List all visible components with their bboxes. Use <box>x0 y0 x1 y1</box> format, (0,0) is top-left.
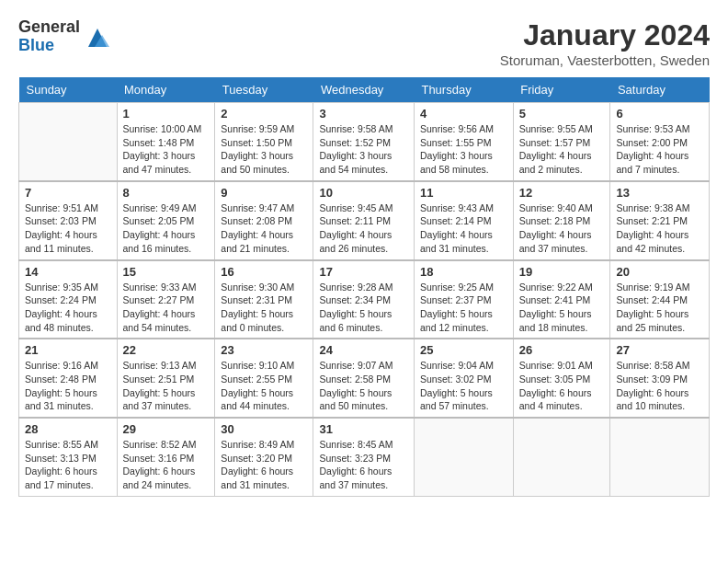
calendar-cell: 22Sunrise: 9:13 AMSunset: 2:51 PMDayligh… <box>117 339 215 418</box>
day-number: 22 <box>123 343 210 357</box>
day-number: 10 <box>319 186 408 200</box>
location-subtitle: Storuman, Vaesterbotten, Sweden <box>500 52 710 68</box>
logo: General Blue <box>18 18 111 55</box>
calendar-cell: 28Sunrise: 8:55 AMSunset: 3:13 PMDayligh… <box>19 418 118 496</box>
day-info: Sunrise: 8:52 AMSunset: 3:16 PMDaylight:… <box>123 438 210 492</box>
day-number: 17 <box>319 265 408 279</box>
day-number: 6 <box>616 107 703 121</box>
calendar-cell: 15Sunrise: 9:33 AMSunset: 2:27 PMDayligh… <box>117 260 215 339</box>
day-number: 15 <box>123 265 210 279</box>
day-number: 29 <box>123 422 210 436</box>
week-row-1: 1Sunrise: 10:00 AMSunset: 1:48 PMDayligh… <box>19 103 710 181</box>
calendar-cell <box>414 418 513 496</box>
calendar-cell: 9Sunrise: 9:47 AMSunset: 2:08 PMDaylight… <box>215 181 313 260</box>
day-number: 28 <box>25 422 111 436</box>
calendar-cell: 31Sunrise: 8:45 AMSunset: 3:23 PMDayligh… <box>313 418 415 496</box>
day-number: 31 <box>319 422 408 436</box>
day-number: 5 <box>519 107 605 121</box>
calendar-cell: 14Sunrise: 9:35 AMSunset: 2:24 PMDayligh… <box>19 260 118 339</box>
day-number: 27 <box>616 343 703 357</box>
weekday-header-friday: Friday <box>513 77 610 103</box>
day-info: Sunrise: 8:55 AMSunset: 3:13 PMDaylight:… <box>25 438 111 492</box>
day-number: 7 <box>25 186 111 200</box>
day-number: 19 <box>519 265 605 279</box>
day-number: 12 <box>519 186 605 200</box>
day-info: Sunrise: 9:13 AMSunset: 2:51 PMDaylight:… <box>123 359 210 413</box>
day-number: 8 <box>123 186 210 200</box>
calendar-cell: 5Sunrise: 9:55 AMSunset: 1:57 PMDaylight… <box>513 103 610 181</box>
day-info: Sunrise: 8:49 AMSunset: 3:20 PMDaylight:… <box>221 438 307 492</box>
weekday-header-wednesday: Wednesday <box>313 77 415 103</box>
weekday-header-sunday: Sunday <box>19 77 118 103</box>
day-number: 30 <box>221 422 307 436</box>
calendar-cell: 2Sunrise: 9:59 AMSunset: 1:50 PMDaylight… <box>215 103 313 181</box>
day-number: 14 <box>25 265 111 279</box>
day-info: Sunrise: 9:16 AMSunset: 2:48 PMDaylight:… <box>25 359 111 413</box>
day-info: Sunrise: 9:59 AMSunset: 1:50 PMDaylight:… <box>221 122 307 177</box>
day-info: Sunrise: 9:56 AMSunset: 1:55 PMDaylight:… <box>420 122 507 177</box>
day-number: 26 <box>519 343 605 357</box>
day-info: Sunrise: 9:25 AMSunset: 2:37 PMDaylight:… <box>420 281 507 335</box>
day-number: 4 <box>420 107 507 121</box>
week-row-2: 7Sunrise: 9:51 AMSunset: 2:03 PMDaylight… <box>19 181 710 260</box>
calendar-cell: 30Sunrise: 8:49 AMSunset: 3:20 PMDayligh… <box>215 418 313 496</box>
title-block: January 2024 Storuman, Vaesterbotten, Sw… <box>500 18 710 68</box>
week-row-4: 21Sunrise: 9:16 AMSunset: 2:48 PMDayligh… <box>19 339 710 418</box>
logo-blue: Blue <box>18 37 80 55</box>
day-info: Sunrise: 9:51 AMSunset: 2:03 PMDaylight:… <box>25 201 111 256</box>
day-info: Sunrise: 9:55 AMSunset: 1:57 PMDaylight:… <box>519 122 605 177</box>
day-info: Sunrise: 9:33 AMSunset: 2:27 PMDaylight:… <box>123 281 210 335</box>
weekday-header-saturday: Saturday <box>610 77 710 103</box>
day-info: Sunrise: 9:07 AMSunset: 2:58 PMDaylight:… <box>319 359 408 413</box>
day-info: Sunrise: 9:35 AMSunset: 2:24 PMDaylight:… <box>25 281 111 335</box>
calendar-cell: 24Sunrise: 9:07 AMSunset: 2:58 PMDayligh… <box>313 339 415 418</box>
day-number: 2 <box>221 107 307 121</box>
calendar-cell <box>610 418 710 496</box>
day-info: Sunrise: 10:00 AMSunset: 1:48 PMDaylight… <box>123 122 210 177</box>
calendar-cell: 1Sunrise: 10:00 AMSunset: 1:48 PMDayligh… <box>117 103 215 181</box>
day-info: Sunrise: 9:38 AMSunset: 2:21 PMDaylight:… <box>616 201 703 256</box>
day-info: Sunrise: 9:58 AMSunset: 1:52 PMDaylight:… <box>319 122 408 177</box>
week-row-5: 28Sunrise: 8:55 AMSunset: 3:13 PMDayligh… <box>19 418 710 496</box>
day-number: 21 <box>25 343 111 357</box>
week-row-3: 14Sunrise: 9:35 AMSunset: 2:24 PMDayligh… <box>19 260 710 339</box>
weekday-header-monday: Monday <box>117 77 215 103</box>
calendar-cell: 6Sunrise: 9:53 AMSunset: 2:00 PMDaylight… <box>610 103 710 181</box>
day-number: 24 <box>319 343 408 357</box>
day-info: Sunrise: 9:01 AMSunset: 3:05 PMDaylight:… <box>519 359 605 413</box>
day-number: 25 <box>420 343 507 357</box>
day-info: Sunrise: 9:22 AMSunset: 2:41 PMDaylight:… <box>519 281 605 335</box>
calendar-cell: 25Sunrise: 9:04 AMSunset: 3:02 PMDayligh… <box>414 339 513 418</box>
logo-icon <box>84 24 111 52</box>
day-info: Sunrise: 9:45 AMSunset: 2:11 PMDaylight:… <box>319 201 408 256</box>
day-info: Sunrise: 9:28 AMSunset: 2:34 PMDaylight:… <box>319 281 408 335</box>
calendar-cell <box>19 103 118 181</box>
calendar-cell: 19Sunrise: 9:22 AMSunset: 2:41 PMDayligh… <box>513 260 610 339</box>
calendar-cell: 29Sunrise: 8:52 AMSunset: 3:16 PMDayligh… <box>117 418 215 496</box>
day-info: Sunrise: 9:49 AMSunset: 2:05 PMDaylight:… <box>123 201 210 256</box>
weekday-header-thursday: Thursday <box>414 77 513 103</box>
calendar-cell: 20Sunrise: 9:19 AMSunset: 2:44 PMDayligh… <box>610 260 710 339</box>
page-header: General Blue January 2024 Storuman, Vaes… <box>18 18 710 68</box>
calendar-cell: 10Sunrise: 9:45 AMSunset: 2:11 PMDayligh… <box>313 181 415 260</box>
calendar-cell: 12Sunrise: 9:40 AMSunset: 2:18 PMDayligh… <box>513 181 610 260</box>
day-number: 13 <box>616 186 703 200</box>
day-number: 11 <box>420 186 507 200</box>
calendar-cell: 26Sunrise: 9:01 AMSunset: 3:05 PMDayligh… <box>513 339 610 418</box>
calendar-cell: 11Sunrise: 9:43 AMSunset: 2:14 PMDayligh… <box>414 181 513 260</box>
logo-text: General Blue <box>18 18 80 55</box>
day-number: 9 <box>221 186 307 200</box>
day-info: Sunrise: 9:40 AMSunset: 2:18 PMDaylight:… <box>519 201 605 256</box>
day-number: 20 <box>616 265 703 279</box>
day-info: Sunrise: 8:45 AMSunset: 3:23 PMDaylight:… <box>319 438 408 492</box>
calendar-cell: 23Sunrise: 9:10 AMSunset: 2:55 PMDayligh… <box>215 339 313 418</box>
day-info: Sunrise: 9:43 AMSunset: 2:14 PMDaylight:… <box>420 201 507 256</box>
calendar-table: SundayMondayTuesdayWednesdayThursdayFrid… <box>18 77 710 497</box>
calendar-cell: 18Sunrise: 9:25 AMSunset: 2:37 PMDayligh… <box>414 260 513 339</box>
calendar-cell: 3Sunrise: 9:58 AMSunset: 1:52 PMDaylight… <box>313 103 415 181</box>
weekday-header-tuesday: Tuesday <box>215 77 313 103</box>
calendar-cell: 16Sunrise: 9:30 AMSunset: 2:31 PMDayligh… <box>215 260 313 339</box>
day-info: Sunrise: 9:19 AMSunset: 2:44 PMDaylight:… <box>616 281 703 335</box>
weekday-header-row: SundayMondayTuesdayWednesdayThursdayFrid… <box>19 77 710 103</box>
day-number: 16 <box>221 265 307 279</box>
